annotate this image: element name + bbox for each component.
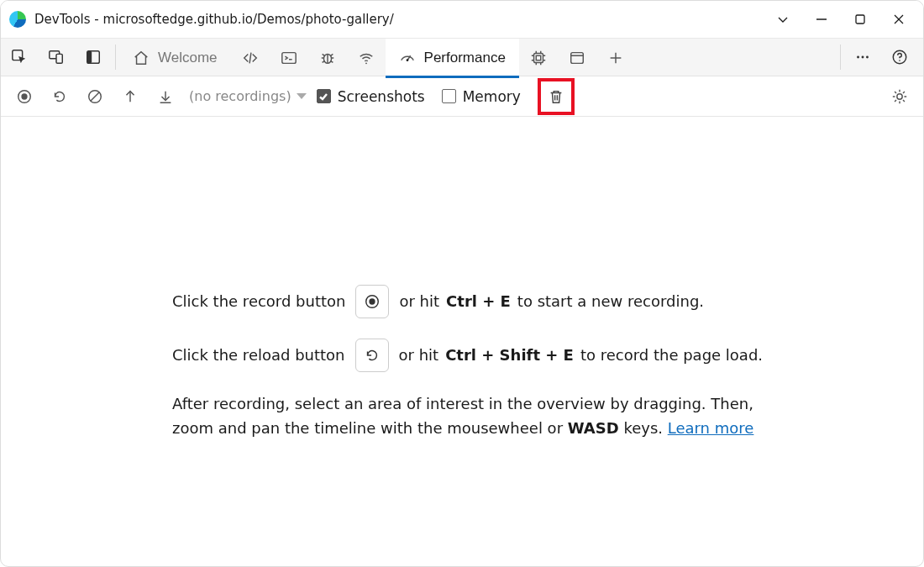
add-tab-button[interactable]: [596, 39, 635, 77]
separator: [840, 45, 841, 70]
plus-icon: [607, 50, 624, 66]
reload-inline-button[interactable]: [355, 339, 389, 372]
hint-text: to start a new recording.: [517, 290, 704, 314]
chevron-down-icon[interactable]: [764, 1, 802, 38]
hint-text: Click the record button: [172, 290, 345, 314]
recordings-dropdown[interactable]: [297, 93, 307, 99]
hint-kbd: Ctrl + E: [446, 290, 511, 314]
close-button[interactable]: [879, 1, 918, 38]
tab-welcome[interactable]: Welcome: [119, 39, 231, 77]
performance-toolbar: (no recordings) Screenshots Memory: [1, 76, 923, 117]
performance-landing: Click the record button or hit Ctrl + E …: [1, 117, 841, 441]
svg-line-19: [330, 61, 333, 63]
help-icon: [891, 49, 908, 66]
svg-rect-33: [571, 53, 584, 64]
bug-icon: [319, 50, 336, 66]
memory-checkbox[interactable]: Memory: [442, 88, 521, 105]
reload-icon: [364, 347, 381, 364]
record-icon: [16, 88, 33, 105]
console-icon: [281, 50, 297, 66]
record-icon: [364, 293, 381, 310]
svg-line-16: [322, 54, 324, 55]
home-icon: [133, 50, 150, 66]
chip-icon: [530, 50, 547, 66]
minimize-button[interactable]: [802, 1, 841, 38]
tab-elements[interactable]: [231, 39, 270, 77]
titlebar: DevTools - microsoftedge.github.io/Demos…: [1, 1, 923, 38]
svg-rect-1: [856, 15, 864, 24]
svg-line-18: [322, 61, 324, 63]
application-icon: [569, 50, 585, 66]
code-icon: [242, 50, 259, 66]
record-button[interactable]: [9, 81, 39, 112]
hint-text: or hit: [399, 344, 439, 368]
tab-performance[interactable]: Performance: [386, 39, 519, 77]
no-entry-icon: [87, 88, 103, 105]
svg-line-45: [91, 92, 99, 101]
svg-point-39: [866, 56, 869, 59]
tab-welcome-label: Welcome: [158, 50, 218, 66]
arrow-down-icon: [157, 88, 174, 105]
tab-console[interactable]: [270, 39, 308, 77]
no-recordings-label: (no recordings): [189, 88, 291, 104]
arrow-up-icon: [122, 88, 139, 105]
maximize-button[interactable]: [841, 1, 879, 38]
gear-icon: [891, 88, 908, 105]
memory-checkbox-label: Memory: [463, 88, 521, 105]
svg-point-43: [21, 93, 27, 99]
tab-application[interactable]: [558, 39, 596, 77]
svg-point-53: [370, 298, 375, 304]
trash-icon: [548, 88, 564, 105]
svg-rect-23: [533, 54, 543, 63]
record-hint: Click the record button or hit Ctrl + E …: [172, 285, 790, 318]
load-profile-button[interactable]: [115, 81, 145, 112]
dock-side-icon[interactable]: [75, 38, 112, 76]
svg-rect-8: [87, 51, 92, 64]
svg-point-22: [406, 59, 408, 61]
reload-icon: [51, 88, 68, 105]
hint-kbd: Ctrl + Shift + E: [445, 344, 574, 368]
hint-text: or hit: [399, 290, 439, 314]
svg-point-41: [899, 60, 900, 61]
ellipsis-icon: [854, 49, 871, 66]
tab-network[interactable]: [347, 39, 386, 77]
window-title: DevTools - microsoftedge.github.io/Demos…: [34, 12, 394, 27]
svg-line-9: [249, 53, 251, 64]
device-emulation-icon[interactable]: [38, 38, 75, 76]
tab-sources[interactable]: [308, 39, 347, 77]
wifi-icon: [358, 50, 375, 66]
help-button[interactable]: [881, 38, 918, 76]
svg-point-51: [897, 93, 902, 98]
tabstrip: Welcome Performance: [1, 38, 923, 76]
tab-memory[interactable]: [519, 39, 558, 77]
hint-text: to record the page load.: [580, 344, 763, 368]
reload-hint: Click the reload button or hit Ctrl + Sh…: [172, 339, 790, 372]
reload-record-button[interactable]: [45, 81, 75, 112]
inspect-element-icon[interactable]: [1, 38, 38, 76]
hint-kbd: WASD: [568, 419, 619, 437]
svg-rect-10: [281, 53, 295, 64]
capture-settings-button[interactable]: [885, 81, 915, 112]
svg-point-20: [365, 62, 367, 64]
svg-point-37: [857, 56, 859, 59]
svg-point-38: [862, 56, 864, 59]
clear-button[interactable]: [80, 81, 110, 112]
devtools-window: DevTools - microsoftedge.github.io/Demos…: [0, 0, 924, 567]
svg-line-17: [330, 54, 333, 55]
edge-app-icon: [9, 11, 26, 28]
save-profile-button[interactable]: [150, 81, 181, 112]
tab-performance-label: Performance: [424, 50, 506, 66]
svg-rect-24: [536, 55, 540, 60]
separator: [115, 45, 116, 70]
hint-text: keys.: [619, 419, 668, 437]
hint-text: Click the reload button: [172, 344, 345, 368]
more-options-button[interactable]: [844, 38, 881, 76]
collect-garbage-button[interactable]: [538, 78, 575, 115]
performance-icon: [399, 50, 416, 66]
screenshots-checkbox[interactable]: Screenshots: [317, 88, 425, 105]
after-recording-hint: After recording, select an area of inter…: [172, 392, 790, 441]
learn-more-link[interactable]: Learn more: [668, 419, 754, 437]
record-inline-button[interactable]: [355, 285, 389, 318]
svg-rect-6: [56, 54, 62, 63]
screenshots-checkbox-label: Screenshots: [338, 88, 425, 105]
